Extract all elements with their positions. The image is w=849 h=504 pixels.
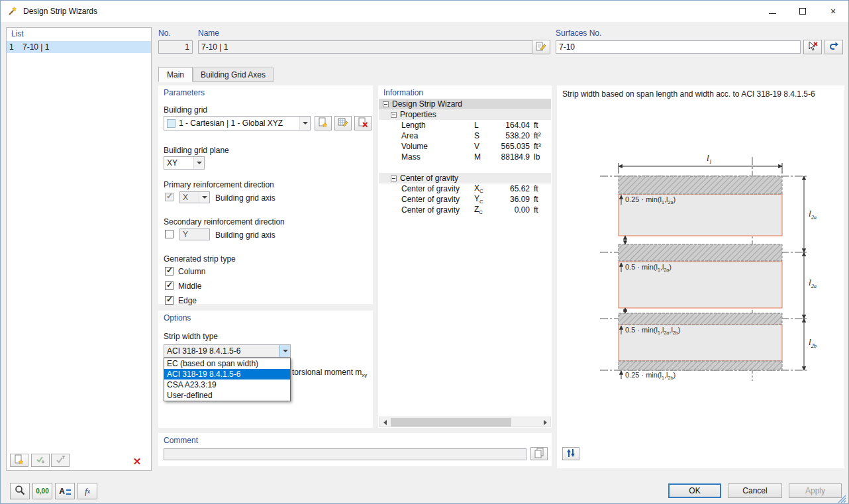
apply-button[interactable]: Apply	[789, 483, 842, 498]
dropdown-option-aci[interactable]: ACI 318-19 8.4.1.5-6	[164, 369, 290, 379]
band-label-lower: 0.5 · min(l1,l2a,l2b)	[625, 326, 680, 336]
surfaces-input[interactable]	[556, 40, 801, 54]
combo-arrow[interactable]	[279, 345, 290, 357]
row-value: 36.09	[491, 195, 530, 204]
pencil-icon	[536, 41, 546, 54]
window-title: Design Strip Wizards	[23, 7, 97, 16]
dropdown-option-ec[interactable]: EC (based on span width)	[164, 358, 290, 369]
row-label: Area	[401, 131, 474, 140]
info-horizontal-scrollbar[interactable]	[379, 417, 551, 427]
tree-row-mass: Mass M 88184.9 lb	[379, 152, 551, 162]
comment-copy-button[interactable]	[530, 447, 548, 460]
list-apply-all-button[interactable]	[31, 454, 50, 467]
tree-group-properties[interactable]: Properties	[379, 109, 551, 120]
row-unit: ft²	[530, 131, 551, 140]
collapse-icon[interactable]	[383, 101, 389, 107]
tree-group-label: Center of gravity	[400, 174, 551, 183]
find-number-button[interactable]	[10, 483, 30, 499]
dropdown-option-user[interactable]: User-defined	[164, 390, 290, 401]
apply-check-icon	[35, 454, 46, 467]
strip-width-type-combo[interactable]: ACI 318-19 8.4.1.5-6	[164, 344, 291, 358]
dropdown-option-csa[interactable]: CSA A23.3:19	[164, 379, 290, 390]
row-label: Center of gravity	[401, 195, 474, 204]
close-icon: ×	[830, 6, 836, 17]
transfer-check-icon	[55, 454, 66, 467]
revert-selection-button[interactable]	[824, 40, 843, 54]
information-header: Information	[383, 88, 423, 97]
tree-row-area: Area S 538.20 ft²	[379, 130, 551, 141]
scroll-right-button[interactable]	[540, 417, 550, 427]
tree-root-row[interactable]: Design Strip Wizard	[379, 99, 551, 109]
delete-building-grid-button[interactable]	[354, 116, 372, 130]
tree-row-cog-z: Center of gravity ZC 0.00 ft	[379, 205, 551, 215]
edit-building-grid-button[interactable]	[334, 116, 352, 130]
row-symbol: ZC	[474, 205, 491, 215]
dim-label-l2a-1: l2a	[809, 209, 817, 221]
secondary-direction-checkbox[interactable]	[165, 230, 174, 238]
units-icon: 0,00	[36, 487, 48, 495]
grid-color-swatch	[167, 119, 175, 128]
scrollbar-thumb[interactable]	[391, 418, 511, 427]
scroll-left-button[interactable]	[379, 417, 390, 427]
row-value: 164.04	[491, 121, 530, 130]
combo-arrow[interactable]	[299, 117, 310, 130]
close-button[interactable]: ×	[818, 1, 848, 22]
pick-surfaces-button[interactable]	[803, 40, 822, 54]
primary-axis-combo[interactable]: X	[179, 191, 210, 203]
strip-width-type-value: ACI 318-19 8.4.1.5-6	[167, 346, 277, 356]
list-item[interactable]: 1 7-10 | 1	[7, 41, 151, 53]
update-arrows-icon	[566, 448, 576, 460]
list-item-name: 7-10 | 1	[19, 42, 49, 52]
row-label: Volume	[401, 142, 474, 151]
rename-button[interactable]	[532, 40, 550, 54]
combo-arrow[interactable]	[193, 157, 204, 169]
cancel-button[interactable]: Cancel	[728, 483, 782, 498]
tab-main[interactable]: Main	[158, 67, 193, 82]
pick-cursor-icon	[807, 41, 818, 54]
collapse-icon[interactable]	[391, 176, 397, 181]
strip-type-column-checkbox[interactable]	[165, 267, 174, 276]
formula-button[interactable]: fx	[77, 483, 97, 499]
band-label-middle: 0.5 · min(l1,l2a)	[625, 263, 672, 273]
generated-strip-type-label: Generated strip type	[164, 254, 236, 264]
primary-direction-checkbox[interactable]	[165, 193, 174, 201]
minimize-button[interactable]	[757, 1, 787, 22]
ok-button[interactable]: OK	[668, 483, 721, 498]
edit-grid-icon	[338, 117, 348, 130]
collapse-icon[interactable]	[391, 112, 397, 118]
building-grid-label: Building grid	[164, 105, 207, 115]
building-grid-combo[interactable]: 1 - Cartesian | 1 - Global XYZ	[164, 116, 311, 130]
tab-building-grid-axes[interactable]: Building Grid Axes	[193, 68, 274, 82]
name-label: Name	[198, 28, 219, 38]
display-properties-button[interactable]: A	[55, 483, 75, 499]
arrow-left-icon	[383, 420, 387, 425]
tree-group-center-of-gravity[interactable]: Center of gravity	[379, 173, 551, 183]
list-header: List	[11, 29, 24, 38]
tree-row-cog-y: Center of gravity YC 36.09 ft	[379, 194, 551, 205]
magnifier-icon	[14, 484, 26, 498]
design-strip-wizards-dialog: Design Strip Wizards × List 1 7-10 | 1 ✕…	[0, 0, 849, 504]
name-input[interactable]	[198, 40, 549, 54]
list-new-button[interactable]	[10, 454, 28, 467]
undo-arrow-icon	[828, 41, 839, 54]
diagram-settings-button[interactable]	[562, 447, 579, 460]
new-building-grid-button[interactable]	[315, 116, 332, 130]
maximize-button[interactable]	[787, 1, 818, 22]
dim-label-l2b: l2b	[809, 337, 817, 349]
row-symbol: V	[474, 142, 491, 151]
row-symbol: S	[474, 131, 491, 140]
tree-row-length: Length L 164.04 ft	[379, 120, 551, 130]
building-grid-plane-combo[interactable]: XY	[164, 156, 205, 170]
strip-type-middle-checkbox[interactable]	[165, 281, 174, 290]
list-transfer-button[interactable]	[51, 454, 70, 467]
row-label: Center of gravity	[401, 184, 474, 193]
comment-input[interactable]	[164, 448, 526, 460]
list-delete-button[interactable]: ✕	[129, 455, 145, 467]
comment-header: Comment	[164, 436, 198, 445]
strip-width-diagram	[557, 85, 844, 468]
resize-grip[interactable]	[838, 494, 846, 504]
dim-label-l1: l1	[689, 153, 729, 165]
combo-arrow[interactable]	[199, 192, 209, 203]
strip-type-edge-checkbox[interactable]	[165, 296, 174, 305]
units-settings-button[interactable]: 0,00	[32, 483, 52, 499]
